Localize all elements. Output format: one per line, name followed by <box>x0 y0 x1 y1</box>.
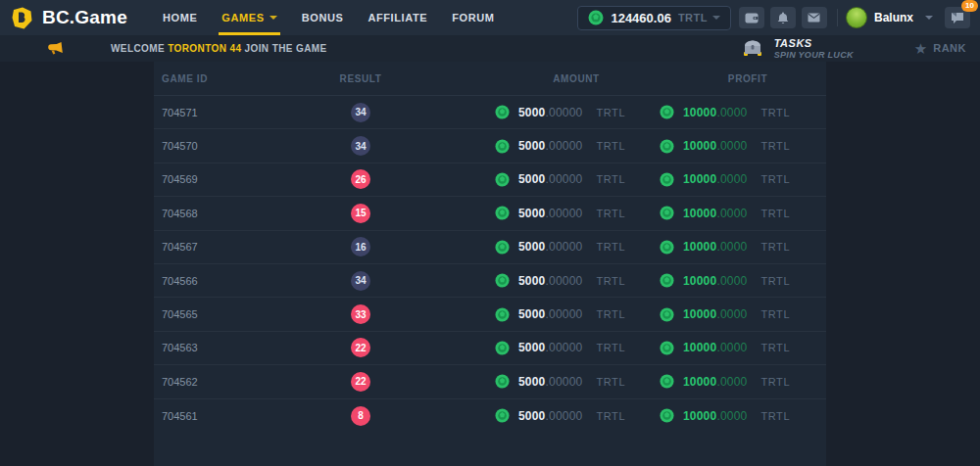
table-row[interactable]: 704571 34 5000 .00000 TRTL <box>154 96 826 129</box>
game-id: 704565 <box>162 298 198 330</box>
amount-cell: 5000 .00000 TRTL <box>495 332 625 364</box>
notifications-button[interactable] <box>770 7 796 28</box>
logo[interactable]: BC.Game <box>0 6 127 30</box>
table-row[interactable]: 704563 22 5000 .00000 TRTL <box>154 332 826 365</box>
nav-item-label: FORUM <box>452 12 494 23</box>
profit-decimal: .0000 <box>716 375 747 389</box>
balance-amount: 124460.06 <box>611 11 670 25</box>
amount-cell: 5000 .00000 TRTL <box>495 264 625 297</box>
result-badge: 22 <box>351 372 370 392</box>
result-badge: 33 <box>351 304 370 324</box>
amount-integer: 5000 <box>518 207 546 220</box>
coin-icon <box>660 206 674 220</box>
amount-integer: 5000 <box>518 139 546 153</box>
wallet-button[interactable] <box>739 7 764 28</box>
table-row[interactable]: 704570 34 5000 .00000 TRTL <box>154 129 826 163</box>
nav-item-label: BONUS <box>302 12 344 23</box>
amount-integer: 5000 <box>518 172 546 186</box>
amount-cell: 5000 .00000 TRTL <box>495 399 625 433</box>
amount-integer: 5000 <box>518 341 546 354</box>
result-badge: 34 <box>351 136 370 156</box>
coin-icon <box>495 172 510 187</box>
table-row[interactable]: 704568 15 5000 .00000 TRTL <box>154 197 826 230</box>
amount-decimal: .00000 <box>546 172 583 186</box>
table-row[interactable]: 704561 8 5000 .00000 TRTL <box>154 399 826 433</box>
chat-unread-badge: 10 <box>961 0 978 12</box>
profit-integer: 10000 <box>683 240 716 254</box>
tasks-widget[interactable]: TASKS SPIN YOUR LUCK <box>740 37 854 60</box>
profit-cell: 10000 .0000 TRTL <box>660 365 790 397</box>
coin-icon <box>495 240 510 255</box>
profit-integer: 10000 <box>683 409 716 423</box>
coin-icon <box>660 240 674 255</box>
chevron-down-icon <box>270 16 277 20</box>
game-id: 704569 <box>162 163 198 196</box>
profit-currency: TRTL <box>760 107 790 118</box>
table-row[interactable]: 704566 34 5000 .00000 TRTL <box>154 264 826 298</box>
profit-currency: TRTL <box>760 241 790 253</box>
nav-item-label: GAMES <box>221 12 264 23</box>
amount-integer: 5000 <box>518 240 546 254</box>
treasure-chest-icon <box>740 38 765 58</box>
user-menu[interactable]: Balunx <box>846 7 933 28</box>
profit-decimal: .0000 <box>716 341 747 354</box>
game-id: 704571 <box>162 96 198 128</box>
chat-icon <box>951 12 964 23</box>
amount-decimal: .00000 <box>546 139 583 153</box>
amount-cell: 5000 .00000 TRTL <box>495 129 625 162</box>
table-row[interactable]: 704569 26 5000 .00000 TRTL <box>154 163 826 197</box>
table-row[interactable]: 704562 22 5000 .00000 TRTL <box>154 365 826 398</box>
result-badge: 34 <box>351 271 370 291</box>
profit-cell: 10000 .0000 TRTL <box>660 163 790 196</box>
game-id: 704563 <box>162 332 198 364</box>
result-badge: 26 <box>351 169 370 189</box>
divider <box>837 9 838 26</box>
result-badge: 22 <box>351 338 370 357</box>
nav-item-forum[interactable]: FORUM <box>452 0 494 35</box>
profit-cell: 10000 .0000 TRTL <box>660 231 790 263</box>
coin-icon <box>495 139 510 154</box>
megaphone-icon <box>47 41 64 56</box>
profit-cell: 10000 .0000 TRTL <box>660 96 790 128</box>
result-badge: 8 <box>351 406 370 426</box>
coin-icon <box>660 374 674 389</box>
chat-button[interactable]: 10 <box>945 7 970 28</box>
rank-widget[interactable]: ★ RANK <box>914 41 966 56</box>
profit-currency: TRTL <box>760 410 790 422</box>
amount-cell: 5000 .00000 TRTL <box>495 163 625 196</box>
chevron-down-icon <box>925 16 933 20</box>
amount-cell: 5000 .00000 TRTL <box>495 298 625 330</box>
profit-currency: TRTL <box>760 342 790 353</box>
nav-item-affiliate[interactable]: AFFILIATE <box>368 0 427 35</box>
rank-label: RANK <box>933 42 966 54</box>
game-id: 704568 <box>162 197 198 229</box>
result-badge: 34 <box>351 103 370 122</box>
column-header-result: RESULT <box>302 62 419 95</box>
profit-integer: 10000 <box>683 375 716 389</box>
amount-decimal: .00000 <box>546 375 583 389</box>
profit-decimal: .0000 <box>716 106 747 119</box>
table-header: GAME ID RESULT AMOUNT PROFIT <box>154 62 826 96</box>
coin-icon <box>495 374 510 389</box>
nav-item-games[interactable]: GAMES <box>221 0 276 35</box>
amount-cell: 5000 .00000 TRTL <box>495 197 625 229</box>
nav-item-bonus[interactable]: BONUS <box>302 0 344 35</box>
table-row[interactable]: 704567 16 5000 .00000 TRTL <box>154 231 826 264</box>
column-header-amount: AMOUNT <box>531 62 621 95</box>
user-name: Balunx <box>874 11 913 24</box>
announcement[interactable]: WELCOME TORONTON 44 JOIN THE GAME <box>0 41 327 56</box>
messages-button[interactable] <box>802 7 827 28</box>
amount-currency: TRTL <box>596 308 625 320</box>
balance-selector[interactable]: 124460.06 TRTL <box>577 6 731 30</box>
wallet-icon <box>745 12 759 23</box>
profit-cell: 10000 .0000 TRTL <box>660 264 790 297</box>
amount-integer: 5000 <box>518 375 546 389</box>
coin-icon <box>660 105 674 119</box>
table-row[interactable]: 704565 33 5000 .00000 TRTL <box>154 298 826 331</box>
tasks-title: TASKS <box>774 37 854 50</box>
nav-item-home[interactable]: HOME <box>163 0 197 35</box>
nav-item-label: HOME <box>163 12 197 23</box>
logo-text: BC.Game <box>42 7 127 28</box>
chevron-down-icon <box>712 16 720 20</box>
profit-cell: 10000 .0000 TRTL <box>660 298 790 330</box>
